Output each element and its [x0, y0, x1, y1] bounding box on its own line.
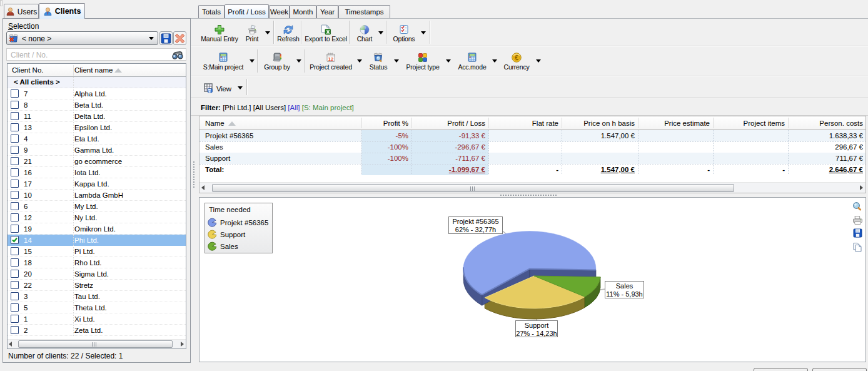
svg-text:12: 12: [328, 56, 333, 62]
svg-text:€: €: [515, 54, 518, 61]
